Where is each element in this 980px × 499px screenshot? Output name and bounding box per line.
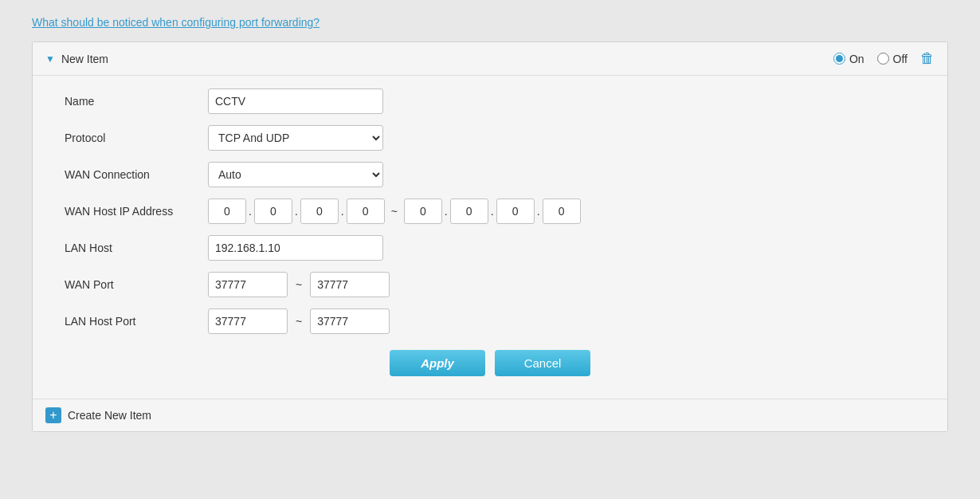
ip-dot-1: . <box>246 205 254 218</box>
button-row: Apply Cancel <box>65 350 915 376</box>
wan-ip-to-3[interactable] <box>496 198 535 224</box>
wan-ip-from-3[interactable] <box>300 198 339 224</box>
lan-port-row: LAN Host Port ~ <box>65 308 915 334</box>
footer-bar: + Create New Item <box>33 399 947 431</box>
create-new-item-icon[interactable]: + <box>45 407 61 423</box>
ip-dot-4: . <box>442 205 450 218</box>
item-header: ▼ New Item On Off 🗑 <box>33 42 947 76</box>
page-wrapper: What should be noticed when configuring … <box>0 0 980 499</box>
radio-group: On Off <box>833 53 907 65</box>
item-title: New Item <box>61 53 108 65</box>
wan-connection-label: WAN Connection <box>65 168 208 181</box>
wan-port-row: WAN Port ~ <box>65 272 915 297</box>
delete-icon[interactable]: 🗑 <box>920 50 935 67</box>
radio-on-label[interactable]: On <box>833 53 864 65</box>
main-panel: ▼ New Item On Off 🗑 Name <box>32 41 948 432</box>
wan-port-label: WAN Port <box>65 278 208 291</box>
lan-host-label: LAN Host <box>65 242 208 254</box>
wan-ip-from-4[interactable] <box>347 198 385 224</box>
on-label-text: On <box>849 53 864 65</box>
lan-port-from[interactable] <box>208 308 288 334</box>
lan-port-label: LAN Host Port <box>65 315 208 328</box>
cancel-button[interactable]: Cancel <box>495 350 590 376</box>
item-body: Name Protocol TCP And UDP TCP UDP WAN Co… <box>33 76 947 399</box>
wan-ip-from-2[interactable] <box>254 198 292 224</box>
wan-ip-from-1[interactable] <box>208 198 246 224</box>
wan-port-tilde: ~ <box>288 278 310 291</box>
lan-port-group: ~ <box>208 308 390 334</box>
name-label: Name <box>65 95 208 108</box>
item-title-area: ▼ New Item <box>45 53 661 65</box>
radio-off[interactable] <box>877 53 889 65</box>
ip-dot-5: . <box>488 205 496 218</box>
wan-connection-row: WAN Connection Auto <box>65 162 915 187</box>
ip-dot-2: . <box>292 205 300 218</box>
wan-port-group: ~ <box>208 272 390 297</box>
collapse-icon[interactable]: ▼ <box>45 53 55 65</box>
radio-off-label[interactable]: Off <box>877 53 907 65</box>
wan-ip-to-2[interactable] <box>450 198 488 224</box>
wan-host-ip-label: WAN Host IP Address <box>65 205 208 218</box>
wan-ip-from-group: . . . ~ . . . <box>208 198 581 224</box>
ip-dot-3: . <box>339 205 347 218</box>
ip-dot-6: . <box>535 205 543 218</box>
name-input[interactable] <box>208 88 383 114</box>
lan-host-input[interactable] <box>208 235 383 261</box>
ip-range-tilde: ~ <box>385 205 404 218</box>
name-row: Name <box>65 88 915 114</box>
apply-button[interactable]: Apply <box>390 350 485 376</box>
wan-connection-select[interactable]: Auto <box>208 162 383 187</box>
lan-port-to[interactable] <box>310 308 390 334</box>
wan-port-from[interactable] <box>208 272 288 297</box>
wan-ip-to-1[interactable] <box>404 198 442 224</box>
wan-host-ip-row: WAN Host IP Address . . . ~ . . . <box>65 198 915 224</box>
create-new-item-label: Create New Item <box>68 409 151 422</box>
wan-port-to[interactable] <box>310 272 390 297</box>
radio-on[interactable] <box>833 53 845 65</box>
off-label-text: Off <box>893 53 907 65</box>
help-link[interactable]: What should be noticed when configuring … <box>32 16 319 29</box>
wan-ip-to-4[interactable] <box>543 198 581 224</box>
protocol-select[interactable]: TCP And UDP TCP UDP <box>208 125 383 151</box>
lan-host-row: LAN Host <box>65 235 915 261</box>
lan-port-tilde: ~ <box>288 315 310 328</box>
protocol-label: Protocol <box>65 132 208 144</box>
protocol-row: Protocol TCP And UDP TCP UDP <box>65 125 915 151</box>
